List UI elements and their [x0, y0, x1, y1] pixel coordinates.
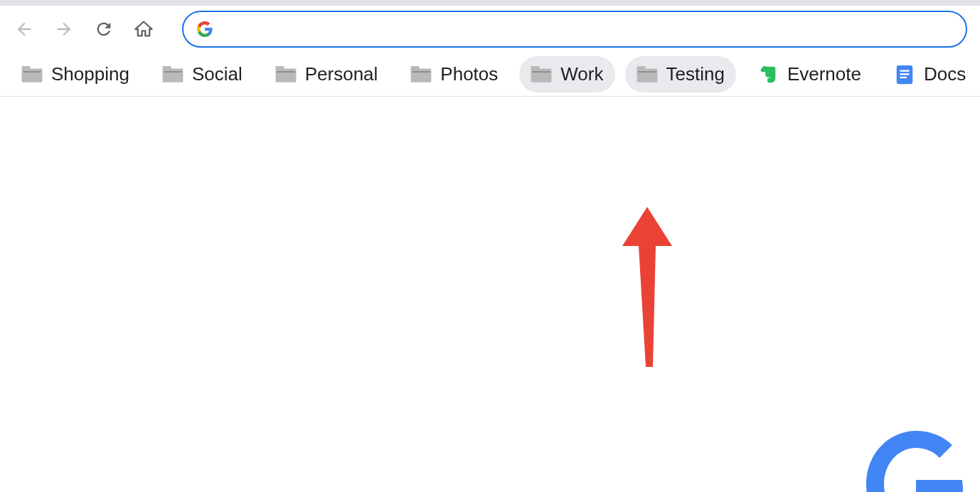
- svg-rect-17: [638, 71, 656, 73]
- bookmark-label: Work: [560, 63, 603, 85]
- bookmarks-bar: Shopping Social Personal Photos: [0, 53, 980, 97]
- svg-rect-13: [531, 66, 540, 70]
- bookmark-label: Shopping: [51, 63, 129, 85]
- svg-rect-0: [22, 68, 43, 82]
- svg-rect-7: [275, 66, 284, 70]
- arrow-left-icon: [14, 19, 34, 39]
- svg-rect-5: [164, 71, 181, 73]
- svg-rect-1: [22, 66, 31, 70]
- annotation-arrow-icon: [619, 207, 676, 370]
- svg-rect-10: [411, 66, 420, 70]
- bookmark-label: Testing: [666, 63, 725, 85]
- svg-rect-2: [23, 71, 41, 73]
- folder-icon: [410, 66, 432, 83]
- svg-rect-6: [275, 68, 296, 82]
- folder-icon: [162, 66, 183, 83]
- bookmark-label: Photos: [440, 63, 498, 85]
- reload-button[interactable]: [92, 18, 115, 41]
- svg-rect-20: [900, 73, 909, 75]
- bookmark-folder-photos[interactable]: Photos: [399, 56, 509, 92]
- svg-rect-9: [411, 68, 432, 82]
- bookmark-folder-personal[interactable]: Personal: [264, 56, 390, 92]
- bookmark-folder-shopping[interactable]: Shopping: [10, 56, 141, 92]
- svg-rect-12: [531, 68, 552, 82]
- folder-icon: [21, 66, 43, 83]
- bookmark-folder-work[interactable]: Work: [519, 56, 614, 92]
- docs-icon: [894, 64, 915, 85]
- bookmark-docs[interactable]: Docs: [883, 56, 977, 92]
- evernote-icon: [757, 64, 779, 85]
- omnibox-input[interactable]: [223, 21, 953, 38]
- google-g-icon: [196, 21, 213, 38]
- svg-rect-8: [277, 71, 294, 73]
- svg-rect-16: [637, 66, 645, 70]
- forward-button[interactable]: [53, 18, 75, 41]
- bookmark-folder-social[interactable]: Social: [151, 56, 254, 92]
- reload-icon: [94, 19, 114, 39]
- bookmark-folder-testing[interactable]: Testing: [625, 56, 736, 92]
- bookmark-label: Personal: [305, 63, 378, 85]
- bookmark-label: Evernote: [787, 63, 861, 85]
- back-button[interactable]: [13, 18, 36, 41]
- home-icon: [134, 19, 154, 39]
- browser-toolbar: [0, 6, 980, 53]
- home-button[interactable]: [132, 18, 155, 41]
- svg-rect-19: [900, 70, 909, 71]
- folder-icon: [637, 66, 658, 83]
- content-area: [0, 97, 980, 492]
- bookmark-label: Social: [192, 63, 243, 85]
- folder-icon: [275, 66, 297, 83]
- omnibox[interactable]: [182, 11, 967, 48]
- folder-icon: [531, 66, 552, 83]
- tab-strip: [0, 0, 980, 6]
- svg-rect-15: [637, 68, 657, 82]
- bookmark-evernote[interactable]: Evernote: [746, 56, 873, 92]
- svg-rect-4: [162, 66, 171, 70]
- svg-rect-3: [162, 68, 183, 82]
- google-logo: [866, 431, 980, 492]
- svg-rect-14: [533, 71, 550, 73]
- svg-rect-11: [412, 71, 430, 73]
- svg-rect-21: [900, 76, 906, 77]
- arrow-right-icon: [54, 19, 74, 39]
- bookmark-label: Docs: [924, 63, 966, 85]
